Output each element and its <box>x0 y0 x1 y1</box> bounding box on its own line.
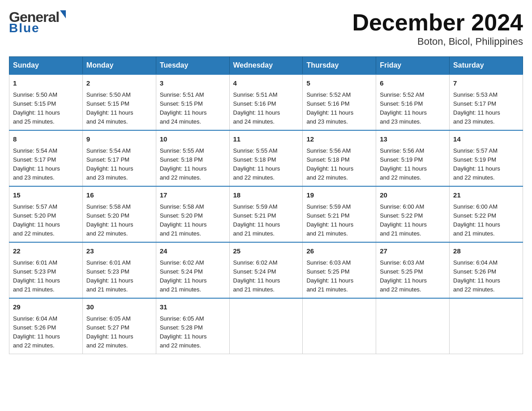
day-info: Sunrise: 5:54 AM Sunset: 5:17 PM Dayligh… <box>13 146 79 183</box>
day-info: Sunrise: 6:02 AM Sunset: 5:24 PM Dayligh… <box>233 258 299 295</box>
calendar-cell <box>229 298 303 354</box>
calendar-cell: 24 Sunrise: 6:02 AM Sunset: 5:24 PM Dayl… <box>156 242 229 298</box>
day-number: 20 <box>380 190 446 201</box>
day-number: 25 <box>233 246 299 257</box>
calendar-cell: 31 Sunrise: 6:05 AM Sunset: 5:28 PM Dayl… <box>156 298 229 354</box>
calendar-cell: 23 Sunrise: 6:01 AM Sunset: 5:23 PM Dayl… <box>82 242 156 298</box>
day-info: Sunrise: 6:01 AM Sunset: 5:23 PM Dayligh… <box>13 258 79 295</box>
day-number: 30 <box>86 302 152 313</box>
day-info: Sunrise: 5:51 AM Sunset: 5:15 PM Dayligh… <box>160 90 226 127</box>
header-sunday: Sunday <box>9 57 83 75</box>
day-info: Sunrise: 6:00 AM Sunset: 5:22 PM Dayligh… <box>380 202 446 239</box>
calendar-cell: 13 Sunrise: 5:56 AM Sunset: 5:19 PM Dayl… <box>376 130 450 186</box>
day-info: Sunrise: 5:54 AM Sunset: 5:17 PM Dayligh… <box>86 146 152 183</box>
day-number: 28 <box>453 246 519 257</box>
day-info: Sunrise: 6:05 AM Sunset: 5:27 PM Dayligh… <box>86 314 152 351</box>
day-info: Sunrise: 5:58 AM Sunset: 5:20 PM Dayligh… <box>160 202 226 239</box>
day-number: 5 <box>306 78 372 89</box>
calendar-table: SundayMondayTuesdayWednesdayThursdayFrid… <box>9 56 523 354</box>
day-number: 11 <box>233 134 299 145</box>
calendar-cell: 30 Sunrise: 6:05 AM Sunset: 5:27 PM Dayl… <box>82 298 156 354</box>
header-thursday: Thursday <box>303 57 376 75</box>
calendar-cell: 19 Sunrise: 5:59 AM Sunset: 5:21 PM Dayl… <box>303 186 376 242</box>
calendar-cell: 17 Sunrise: 5:58 AM Sunset: 5:20 PM Dayl… <box>156 186 229 242</box>
header-monday: Monday <box>82 57 156 75</box>
calendar-cell: 26 Sunrise: 6:03 AM Sunset: 5:25 PM Dayl… <box>303 242 376 298</box>
day-info: Sunrise: 5:51 AM Sunset: 5:16 PM Dayligh… <box>233 90 299 127</box>
day-info: Sunrise: 5:50 AM Sunset: 5:15 PM Dayligh… <box>86 90 152 127</box>
calendar-cell: 22 Sunrise: 6:01 AM Sunset: 5:23 PM Dayl… <box>9 242 83 298</box>
day-info: Sunrise: 5:58 AM Sunset: 5:20 PM Dayligh… <box>86 202 152 239</box>
logo-triangle-icon <box>60 10 66 18</box>
calendar-cell: 1 Sunrise: 5:50 AM Sunset: 5:15 PM Dayli… <box>9 74 83 130</box>
day-number: 10 <box>160 134 226 145</box>
day-number: 21 <box>453 190 519 201</box>
day-info: Sunrise: 5:55 AM Sunset: 5:18 PM Dayligh… <box>233 146 299 183</box>
calendar-cell: 10 Sunrise: 5:55 AM Sunset: 5:18 PM Dayl… <box>156 130 229 186</box>
day-number: 15 <box>13 190 79 201</box>
calendar-cell: 11 Sunrise: 5:55 AM Sunset: 5:18 PM Dayl… <box>229 130 303 186</box>
day-info: Sunrise: 5:56 AM Sunset: 5:19 PM Dayligh… <box>380 146 446 183</box>
header-friday: Friday <box>376 57 450 75</box>
day-number: 4 <box>233 78 299 89</box>
calendar-cell: 7 Sunrise: 5:53 AM Sunset: 5:17 PM Dayli… <box>450 74 523 130</box>
day-number: 19 <box>306 190 372 201</box>
calendar-cell: 2 Sunrise: 5:50 AM Sunset: 5:15 PM Dayli… <box>82 74 156 130</box>
calendar-cell: 12 Sunrise: 5:56 AM Sunset: 5:18 PM Dayl… <box>303 130 376 186</box>
calendar-cell: 20 Sunrise: 6:00 AM Sunset: 5:22 PM Dayl… <box>376 186 450 242</box>
day-info: Sunrise: 6:05 AM Sunset: 5:28 PM Dayligh… <box>160 314 226 351</box>
title-block: December 2024 Boton, Bicol, Philippines <box>352 9 523 47</box>
calendar-week-row: 15 Sunrise: 5:57 AM Sunset: 5:20 PM Dayl… <box>9 186 523 242</box>
header-tuesday: Tuesday <box>156 57 229 75</box>
logo: General Blue <box>9 9 66 35</box>
day-info: Sunrise: 5:56 AM Sunset: 5:18 PM Dayligh… <box>306 146 372 183</box>
calendar-cell <box>450 298 523 354</box>
day-number: 14 <box>453 134 519 145</box>
calendar-week-row: 22 Sunrise: 6:01 AM Sunset: 5:23 PM Dayl… <box>9 242 523 298</box>
day-info: Sunrise: 5:59 AM Sunset: 5:21 PM Dayligh… <box>233 202 299 239</box>
day-info: Sunrise: 5:52 AM Sunset: 5:16 PM Dayligh… <box>380 90 446 127</box>
day-number: 7 <box>453 78 519 89</box>
day-number: 8 <box>13 134 79 145</box>
day-number: 24 <box>160 246 226 257</box>
day-number: 3 <box>160 78 226 89</box>
calendar-cell: 29 Sunrise: 6:04 AM Sunset: 5:26 PM Dayl… <box>9 298 83 354</box>
page-header: General Blue December 2024 Boton, Bicol,… <box>9 9 523 47</box>
day-info: Sunrise: 6:00 AM Sunset: 5:22 PM Dayligh… <box>453 202 519 239</box>
day-info: Sunrise: 5:50 AM Sunset: 5:15 PM Dayligh… <box>13 90 79 127</box>
day-number: 9 <box>86 134 152 145</box>
day-number: 1 <box>13 78 79 89</box>
header-wednesday: Wednesday <box>229 57 303 75</box>
day-number: 12 <box>306 134 372 145</box>
logo-blue-text: Blue <box>9 21 40 35</box>
day-number: 22 <box>13 246 79 257</box>
day-number: 26 <box>306 246 372 257</box>
day-info: Sunrise: 6:04 AM Sunset: 5:26 PM Dayligh… <box>453 258 519 295</box>
calendar-cell: 9 Sunrise: 5:54 AM Sunset: 5:17 PM Dayli… <box>82 130 156 186</box>
calendar-cell: 16 Sunrise: 5:58 AM Sunset: 5:20 PM Dayl… <box>82 186 156 242</box>
day-info: Sunrise: 6:04 AM Sunset: 5:26 PM Dayligh… <box>13 314 79 351</box>
day-info: Sunrise: 5:59 AM Sunset: 5:21 PM Dayligh… <box>306 202 372 239</box>
day-number: 17 <box>160 190 226 201</box>
calendar-cell: 28 Sunrise: 6:04 AM Sunset: 5:26 PM Dayl… <box>450 242 523 298</box>
day-number: 6 <box>380 78 446 89</box>
calendar-cell: 18 Sunrise: 5:59 AM Sunset: 5:21 PM Dayl… <box>229 186 303 242</box>
calendar-week-row: 1 Sunrise: 5:50 AM Sunset: 5:15 PM Dayli… <box>9 74 523 130</box>
calendar-cell: 14 Sunrise: 5:57 AM Sunset: 5:19 PM Dayl… <box>450 130 523 186</box>
calendar-cell: 6 Sunrise: 5:52 AM Sunset: 5:16 PM Dayli… <box>376 74 450 130</box>
day-info: Sunrise: 6:02 AM Sunset: 5:24 PM Dayligh… <box>160 258 226 295</box>
day-number: 23 <box>86 246 152 257</box>
header-saturday: Saturday <box>450 57 523 75</box>
day-number: 31 <box>160 302 226 313</box>
calendar-cell: 27 Sunrise: 6:03 AM Sunset: 5:25 PM Dayl… <box>376 242 450 298</box>
calendar-cell: 21 Sunrise: 6:00 AM Sunset: 5:22 PM Dayl… <box>450 186 523 242</box>
calendar-week-row: 29 Sunrise: 6:04 AM Sunset: 5:26 PM Dayl… <box>9 298 523 354</box>
page-title: December 2024 <box>352 9 523 36</box>
day-info: Sunrise: 5:57 AM Sunset: 5:20 PM Dayligh… <box>13 202 79 239</box>
calendar-week-row: 8 Sunrise: 5:54 AM Sunset: 5:17 PM Dayli… <box>9 130 523 186</box>
day-info: Sunrise: 5:52 AM Sunset: 5:16 PM Dayligh… <box>306 90 372 127</box>
calendar-cell <box>376 298 450 354</box>
calendar-cell <box>303 298 376 354</box>
day-number: 2 <box>86 78 152 89</box>
day-info: Sunrise: 6:01 AM Sunset: 5:23 PM Dayligh… <box>86 258 152 295</box>
